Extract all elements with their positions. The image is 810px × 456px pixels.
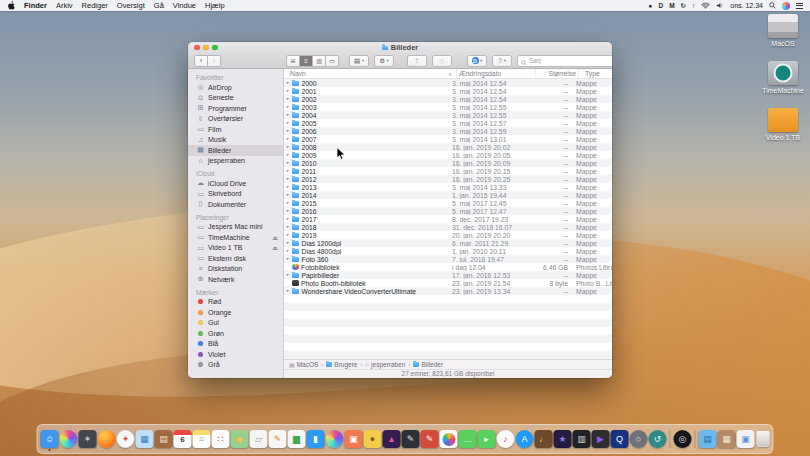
file-row[interactable]: ▸201920. jan. 2019 20.20--Mappe [284,231,612,239]
sidebar-item-billeder[interactable]: ▦Billeder [188,145,283,156]
title-bar[interactable]: Billeder [188,42,612,53]
file-row[interactable]: ▸20003. maj 2014 12.54--Mappe [284,79,612,87]
disclosure-triangle-icon[interactable]: ▸ [284,183,292,191]
disclosure-triangle-icon[interactable]: ▸ [284,271,292,279]
extension-help-button[interactable]: ?▾ [492,55,512,67]
dock-affinity[interactable]: ▲ [383,430,401,448]
disclosure-triangle-icon[interactable]: ▸ [284,151,292,159]
dock-numbers[interactable]: ▆ [288,430,306,448]
zoom-window-button[interactable] [212,45,218,51]
disclosure-triangle-icon[interactable]: ▸ [284,207,292,215]
apple-menu-icon[interactable] [7,1,15,10]
disclosure-triangle-icon[interactable]: ▸ [284,143,292,151]
dock-utility[interactable]: ○ [630,430,648,448]
column-header-ndringsdato[interactable]: Ændringsdato [456,69,535,78]
dock-siri[interactable] [60,430,78,448]
file-row[interactable]: ▸20053. maj 2014 12.57--Mappe [284,119,612,127]
column-header-type[interactable]: Type [578,69,612,78]
action-button[interactable]: ⚙▾ [374,55,394,67]
search-field[interactable] [517,55,612,67]
disclosure-triangle-icon[interactable]: ▸ [284,159,292,167]
file-row[interactable]: ▸20155. maj 2017 12.45--Mappe [284,199,612,207]
disclosure-triangle-icon[interactable]: ▸ [284,239,292,247]
tag-button[interactable]: ◇ [432,55,452,67]
file-row[interactable]: ▸201016. jan. 2019 20.09--Mappe [284,159,612,167]
sidebar-item-musik[interactable]: ♫Musik [188,135,283,146]
dock-pictures-stack[interactable]: ▦ [718,430,736,448]
dock-textedit[interactable]: ▱ [250,430,268,448]
path-segment-jesperraben[interactable]: ⌂jesperraben [365,361,405,368]
dock-quietcars[interactable]: Q [611,430,629,448]
file-row[interactable]: ▸201831. dec. 2018 16.07--Mappe [284,223,612,231]
dock-appstore[interactable]: A [516,430,534,448]
disclosure-triangle-icon[interactable]: ▸ [284,87,292,95]
desktop-icon-macos[interactable]: MacOS [760,14,806,47]
dock-documents-stack[interactable]: ▣ [737,430,755,448]
sidebar-item-gul[interactable]: Gul [188,318,283,329]
dock-messages[interactable]: … [459,430,477,448]
disclosure-triangle-icon[interactable]: ▸ [284,191,292,199]
sidebar-item-jesperraben[interactable]: ⌂jesperraben [188,156,283,167]
menu-oversigt[interactable]: Oversigt [117,1,145,10]
dock-trash[interactable] [757,431,770,447]
dock-photo-editor[interactable]: ✎ [421,430,439,448]
menu-vindue[interactable]: Vindue [173,1,196,10]
path-segment-brugere[interactable]: Brugere [326,361,357,368]
column-header-st-rrelse[interactable]: Størrelse [535,69,578,78]
file-row[interactable]: ▸Foto 3607. jul. 2018 19.47--Mappe [284,255,612,263]
dock-cyberduck[interactable]: ● [364,430,382,448]
dock-video-player[interactable]: ▶ [592,430,610,448]
dock-photo-collage[interactable]: ▣ [345,430,363,448]
dock-finder[interactable]: ☺ [41,430,59,448]
disclosure-triangle-icon[interactable]: ▸ [284,175,292,183]
file-row[interactable]: ▸200816. jan. 2019 20.02--Mappe [284,143,612,151]
file-row[interactable]: ▸20013. maj 2014 12.54--Mappe [284,87,612,95]
spotlight-search-icon[interactable] [769,2,776,10]
m-app-icon[interactable]: M [669,2,674,9]
menu-clock[interactable]: ons. 12.34 [730,2,763,9]
file-row[interactable]: ▸200916. jan. 2019 20.05--Mappe [284,151,612,159]
file-row[interactable]: ▸Dias 1200dpi6. mar. 2011 21.29--Mappe [284,239,612,247]
gallery-view-button[interactable]: ▭ [326,55,339,67]
file-row[interactable]: ▸201216. jan. 2019 20.25--Mappe [284,175,612,183]
sidebar-item-programmer[interactable]: ⊞Programmer [188,103,283,114]
wifi-icon[interactable] [701,2,710,10]
dock-downloads-stack[interactable]: ▤ [699,430,717,448]
menu-hj-lp[interactable]: Hjælp [205,1,225,10]
disclosure-triangle-icon[interactable]: ▸ [284,223,292,231]
sidebar-item-film[interactable]: ▭Film [188,124,283,135]
disclosure-triangle-icon[interactable]: ▸ [284,135,292,143]
dock-garageband[interactable]: ♩ [535,430,553,448]
file-row[interactable]: ▸20073. maj 2014 13.01--Mappe [284,135,612,143]
file-row[interactable]: ▸20178. dec. 2017 19.23--Mappe [284,215,612,223]
sidebar-item-ekstern-disk[interactable]: ▭Ekstern disk [188,253,283,264]
dock-firefox[interactable] [98,430,116,448]
menu-rediger[interactable]: Rediger [82,1,108,10]
dock-reminders[interactable]: ∷ [212,430,230,448]
dock-itunes[interactable]: ♪ [497,430,515,448]
sidebar-item-r-d[interactable]: Rød [188,297,283,308]
desktop-icon-video-1-tb[interactable]: Video 1 TB [760,108,806,141]
group-by-button[interactable]: ▤▾ [349,55,369,67]
volume-icon[interactable] [716,2,724,10]
column-view-button[interactable]: ▥ [313,55,326,67]
minimize-window-button[interactable] [203,45,209,51]
share-button[interactable]: ↥ [407,55,427,67]
file-row[interactable]: ▸20023. maj 2014 12.54--Mappe [284,95,612,103]
sync-icon[interactable]: ↻ [681,2,686,10]
disclosure-triangle-icon[interactable]: ▸ [284,255,292,263]
disclosure-triangle-icon[interactable]: ▸ [284,215,292,223]
dock-facetime[interactable]: ▸ [478,430,496,448]
sidebar-item-bl[interactable]: Blå [188,339,283,350]
disclosure-triangle-icon[interactable]: ▸ [284,103,292,111]
sidebar-item-overf-rsler[interactable]: ⇩Overførsler [188,114,283,125]
disclosure-triangle-icon[interactable]: ▸ [284,199,292,207]
search-input[interactable] [529,57,612,64]
sidebar-item-timemachine[interactable]: ▭TimeMachine⏏ [188,232,283,243]
sidebar-item-jespers-mac-mini[interactable]: ▭Jespers Mac mini [188,222,283,233]
menu-g[interactable]: Gå [154,1,164,10]
file-row[interactable]: ▸20033. maj 2014 12.55--Mappe [284,103,612,111]
disclosure-triangle-icon[interactable]: ▸ [284,247,292,255]
extension-d-button[interactable]: D▾ [467,55,487,67]
sidebar-item-diskstation[interactable]: ≡Diskstation [188,264,283,275]
